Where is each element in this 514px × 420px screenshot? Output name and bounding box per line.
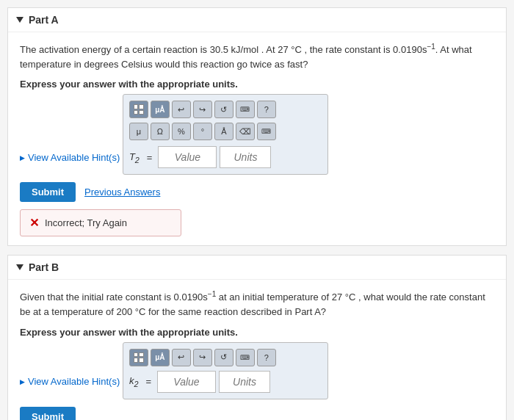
hint-link-a[interactable]: View Available Hint(s) [20,152,120,163]
var-label-a: T2 [129,151,140,164]
sym-angstrom-a[interactable]: Å [214,123,234,140]
part-b-header: Part B [8,256,506,280]
submit-button-b[interactable]: Submit [20,407,76,420]
undo-button-b[interactable]: ↩ [172,349,191,366]
units-input-b[interactable] [219,371,270,393]
prev-answers-link-a[interactable]: Previous Answers [84,187,160,198]
keyboard-button-a[interactable]: ⌨ [236,101,255,118]
value-row-a: T2 = [129,146,322,168]
input-widget-b: μÅ ↩ ↪ ↺ ⌨ ? k2 = [123,342,328,399]
hint-link-b[interactable]: View Available Hint(s) [20,376,120,387]
help-button-b[interactable]: ? [257,349,276,366]
redo-button-a[interactable]: ↪ [193,101,212,118]
reset-button-b[interactable]: ↺ [214,349,234,366]
sym-degree-a[interactable]: ° [193,123,212,140]
sym-omega-a[interactable]: Ω [151,123,170,140]
part-b-section: Part B Given that the initial rate const… [7,255,507,420]
sym-mu-a[interactable]: μ [129,123,148,140]
redo-button-b[interactable]: ↪ [193,349,212,366]
units-input-a[interactable] [220,146,271,168]
submit-row-b: Submit [20,407,494,420]
part-a-header: Part A [8,8,506,32]
toolbar-row-b: μÅ ↩ ↪ ↺ ⌨ ? [129,349,322,366]
part-b-instruction: Express your answer with the appropriate… [20,327,494,338]
part-b-question: Given that the initial rate constant is … [20,289,494,319]
sym-keyboard-a[interactable]: ⌨ [257,123,276,140]
collapse-icon-b[interactable] [16,264,23,270]
submit-button-a[interactable]: Submit [20,182,76,202]
incorrect-box-a: ✕ Incorrect; Try Again [20,209,181,236]
undo-button-a[interactable]: ↩ [172,101,191,118]
part-a-instruction: Express your answer with the appropriate… [20,79,494,90]
keyboard-button-b[interactable]: ⌨ [236,349,255,366]
reset-button-a[interactable]: ↺ [214,101,234,118]
part-a-section: Part A The activation energy of a certai… [7,7,507,246]
sym-backspace-a[interactable]: ⌫ [236,123,255,140]
x-icon-a: ✕ [29,216,39,230]
value-input-b[interactable] [157,371,216,393]
part-a-title: Part A [29,14,59,26]
equals-a: = [147,152,153,163]
var-label-b: k2 [129,375,139,388]
mu-angstrom-button-b[interactable]: μÅ [151,349,170,366]
part-a-question: The activation energy of a certain react… [20,41,494,71]
collapse-icon-a[interactable] [16,17,23,23]
equals-b: = [145,376,151,387]
help-button-a[interactable]: ? [257,101,276,118]
submit-row-a: Submit Previous Answers [20,182,494,202]
sym-percent-a[interactable]: % [172,123,191,140]
incorrect-text-a: Incorrect; Try Again [45,217,127,228]
grid-button-a[interactable] [129,101,148,118]
value-input-a[interactable] [158,146,217,168]
value-row-b: k2 = [129,371,322,393]
toolbar-row-a: μÅ ↩ ↪ ↺ ⌨ ? [129,101,322,118]
input-widget-a: μÅ ↩ ↪ ↺ ⌨ ? μ Ω % ° Å ⌫ ⌨ [123,94,328,175]
part-b-title: Part B [29,261,59,273]
symbol-row-a: μ Ω % ° Å ⌫ ⌨ [129,123,322,140]
grid-button-b[interactable] [129,349,148,366]
mu-angstrom-button-a[interactable]: μÅ [151,101,170,118]
